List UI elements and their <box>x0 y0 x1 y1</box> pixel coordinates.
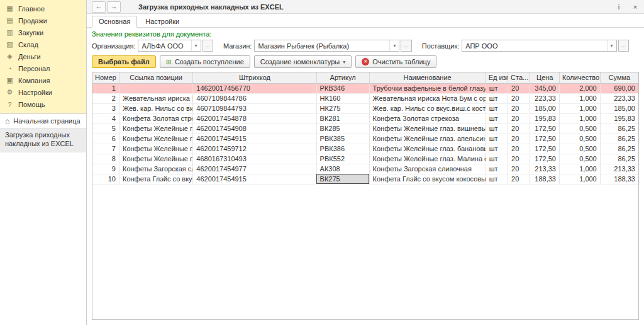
cell-article[interactable]: РВК385 <box>316 134 369 144</box>
cell-price[interactable]: 172,50 <box>530 134 560 144</box>
open-window-item[interactable]: Загрузка приходных накладных из EXCEL <box>0 128 86 152</box>
cell-link[interactable]: Конфеты Загорская сливочн... <box>119 164 192 174</box>
sidebar-item-company[interactable]: ▣Компания <box>0 74 86 86</box>
create-nomenclature-button[interactable]: Создание номенклатуры▾ <box>254 55 352 68</box>
cell-sum[interactable]: 195,83 <box>600 113 638 123</box>
cell-num[interactable]: 5 <box>92 123 119 134</box>
cell-qty[interactable]: 1,000 <box>560 103 601 113</box>
table-row[interactable]: 6Конфеты Желейные глаз. ап...46200174549… <box>92 134 638 144</box>
cell-price[interactable]: 223,33 <box>530 93 560 103</box>
supplier-choose-button[interactable]: ... <box>618 40 629 52</box>
chevron-down-icon[interactable]: ▾ <box>191 40 201 51</box>
cell-num[interactable]: 7 <box>92 144 119 154</box>
cell-num[interactable]: 9 <box>92 164 119 174</box>
organization-field[interactable]: АЛЬФА ООО▾ <box>138 40 201 52</box>
cell-name[interactable]: Трубочки вафельные в белой глазури с кок… <box>369 83 486 93</box>
cell-article[interactable]: АК308 <box>316 164 369 174</box>
forward-button[interactable]: → <box>107 1 121 13</box>
cell-name[interactable]: Конфета Золотая стрекоза <box>369 113 486 123</box>
cell-rate[interactable]: 20 <box>508 164 530 174</box>
cell-num[interactable]: 2 <box>92 93 119 103</box>
cell-name[interactable]: Конфеты Желейные глаз. апельсиновые <box>369 134 486 144</box>
info-icon[interactable]: i <box>615 3 623 11</box>
cell-article[interactable]: РВК386 <box>316 144 369 154</box>
cell-rate[interactable]: 20 <box>508 154 530 164</box>
cell-price[interactable]: 172,50 <box>530 154 560 164</box>
chevron-down-icon[interactable]: ▾ <box>607 40 616 51</box>
cell-sum[interactable]: 188,33 <box>600 174 638 184</box>
cell-rate[interactable]: 20 <box>508 113 530 123</box>
cell-unit[interactable]: шт <box>486 83 508 93</box>
cell-sum[interactable]: 86,25 <box>600 144 638 154</box>
cell-qty[interactable]: 2,000 <box>560 83 601 93</box>
column-header-qty[interactable]: Количество <box>560 72 601 83</box>
column-header-name[interactable]: Наименование <box>369 72 486 83</box>
tab-settings[interactable]: Настройки <box>138 16 186 28</box>
cell-barcode[interactable]: 4607109844786 <box>193 93 316 103</box>
sidebar-item-warehouse[interactable]: ▧Склад <box>0 38 86 50</box>
column-header-link[interactable]: Ссылка позиции <box>119 72 192 83</box>
cell-sum[interactable]: 86,25 <box>600 123 638 134</box>
sidebar-item-main[interactable]: ▦Главное <box>0 3 86 14</box>
sidebar-item-money[interactable]: ◈Деньги <box>0 50 86 62</box>
cell-price[interactable]: 213,33 <box>530 164 560 174</box>
cell-price[interactable]: 345,00 <box>530 83 560 93</box>
table-row[interactable]: 114620017456770РКВ346Трубочки вафельные … <box>92 83 638 93</box>
back-button[interactable]: ← <box>92 1 106 13</box>
cell-unit[interactable]: шт <box>486 154 508 164</box>
cell-link[interactable]: Жевательная ириска Нота Б... <box>119 93 192 103</box>
table-row[interactable]: 9Конфеты Загорская сливочн...46200174549… <box>92 164 638 174</box>
organization-choose-button[interactable]: ... <box>203 40 213 52</box>
cell-unit[interactable]: шт <box>486 103 508 113</box>
select-file-button[interactable]: Выбрать файл <box>92 55 156 68</box>
cell-qty[interactable]: 1,000 <box>560 164 601 174</box>
cell-num[interactable]: 4 <box>92 113 119 123</box>
column-header-num[interactable]: Номер <box>92 72 119 83</box>
cell-qty[interactable]: 0,500 <box>560 154 601 164</box>
cell-price[interactable]: 195,83 <box>530 113 560 123</box>
cell-num[interactable]: 3 <box>92 103 119 113</box>
cell-article[interactable]: РКВ346 <box>316 83 369 93</box>
cell-unit[interactable]: шт <box>486 164 508 174</box>
create-receipt-button[interactable]: ⊞Создать поступление <box>160 55 250 68</box>
cell-rate[interactable]: 20 <box>508 123 530 134</box>
cell-article[interactable]: НК275 <box>316 103 369 113</box>
cell-rate[interactable]: 20 <box>508 174 530 184</box>
cell-name[interactable]: Конфеты Загорская сливочная <box>369 164 486 174</box>
cell-price[interactable]: 172,50 <box>530 144 560 154</box>
supplier-field[interactable]: АПР ООО▾ <box>462 40 616 52</box>
close-icon[interactable]: × <box>631 3 639 11</box>
cell-barcode[interactable]: 4620017459712 <box>193 144 316 154</box>
cell-barcode[interactable]: 4620017454915 <box>193 174 316 184</box>
cell-sum[interactable]: 185,00 <box>600 103 638 113</box>
cell-name[interactable]: Конфеты Желейные глаз. Малина с лимоном <box>369 154 486 164</box>
column-header-article[interactable]: Артикул <box>316 72 369 83</box>
table-row[interactable]: 10Конфета Глэйс со вкусом ко...462001745… <box>92 174 638 184</box>
cell-barcode[interactable]: 14620017456770 <box>193 83 316 93</box>
sidebar-item-help[interactable]: ?Помощь <box>0 98 86 110</box>
column-header-rate[interactable]: Ста... <box>508 72 530 83</box>
store-field[interactable]: Магазин Рыбачек (Рыбалка)▾ <box>254 40 399 52</box>
table-row[interactable]: 3Жев. кар. Нильс со вкус.ви...4607109844… <box>92 103 638 113</box>
table-row[interactable]: 5Конфеты Желейные глаз. ви...46200174549… <box>92 123 638 134</box>
cell-article[interactable]: НК160 <box>316 93 369 103</box>
table-row[interactable]: 7Конфеты Желейные глаз. ба...46200174597… <box>92 144 638 154</box>
sidebar-item-purchases[interactable]: ▥Закупки <box>0 26 86 38</box>
cell-link[interactable]: Жев. кар. Нильс со вкус.ви... <box>119 103 192 113</box>
cell-name[interactable]: Жевательная ириска Нота Бум с орех. начи… <box>369 93 486 103</box>
cell-sum[interactable]: 213,33 <box>600 164 638 174</box>
cell-barcode[interactable]: 4607109844793 <box>193 103 316 113</box>
column-header-price[interactable]: Цена <box>530 72 560 83</box>
cell-price[interactable]: 172,50 <box>530 123 560 134</box>
cell-rate[interactable]: 20 <box>508 93 530 103</box>
cell-link[interactable]: Конфета Глэйс со вкусом ко... <box>119 174 192 184</box>
cell-sum[interactable]: 86,25 <box>600 134 638 144</box>
cell-name[interactable]: Конфеты Желейные глаз. банановые <box>369 144 486 154</box>
cell-article[interactable]: РВК552 <box>316 154 369 164</box>
cell-qty[interactable]: 0,500 <box>560 144 601 154</box>
cell-unit[interactable]: шт <box>486 134 508 144</box>
cell-rate[interactable]: 20 <box>508 134 530 144</box>
cell-unit[interactable]: шт <box>486 123 508 134</box>
cell-link[interactable] <box>119 83 192 93</box>
cell-num[interactable]: 6 <box>92 134 119 144</box>
